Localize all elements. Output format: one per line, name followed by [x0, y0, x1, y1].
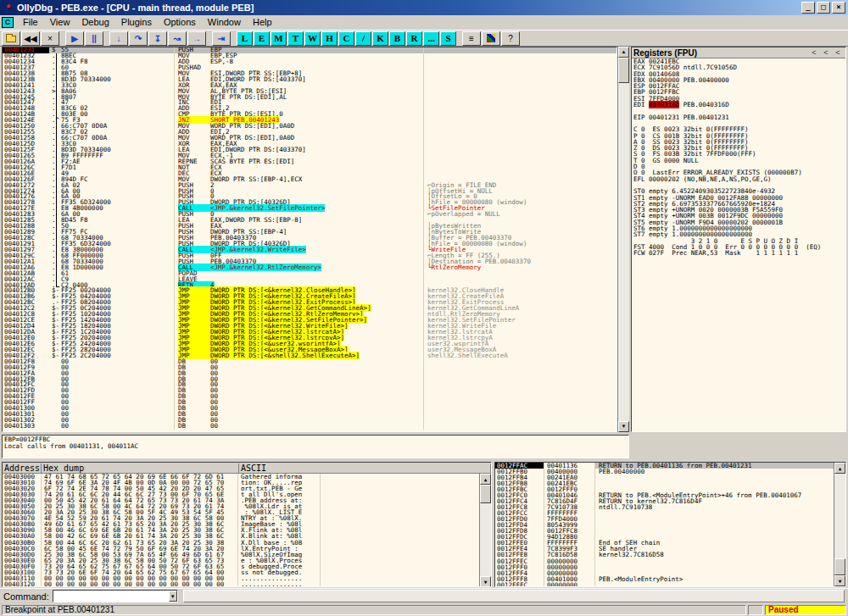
dump-scrollbar[interactable]: ▲ ▼: [479, 474, 491, 587]
appearance-button[interactable]: [482, 31, 500, 46]
menu-item-file[interactable]: File: [17, 16, 44, 29]
registers-pane-button-2[interactable]: <: [832, 48, 844, 57]
disasm-row[interactable]: 0040126F.894D FCMOVDWORD PTR SS:[EBP-4],…: [3, 177, 616, 183]
scroll-down-icon[interactable]: ▼: [480, 576, 491, 587]
disasm-row[interactable]: 00401283.6A 00PUSH0⌐pOverlapped = NULL: [3, 212, 616, 218]
disasm-row[interactable]: 0040130100DB00: [3, 412, 616, 418]
register-line[interactable]: EFL 00000202 (NO,NB,NE,A,NS,PO,GE,G): [632, 176, 845, 182]
disasm-row[interactable]: 00401232.8BECMOVEBP,ESP: [3, 53, 616, 59]
disasm-row[interactable]: 00401265.B9 FFFFFFFFMOVECX,-1: [3, 153, 616, 159]
registers-pane-button-0[interactable]: <: [808, 48, 820, 57]
disasm-row[interactable]: 00401248.83C6 02ADDESI,2: [3, 106, 616, 112]
disasm-row[interactable]: 00401272.6A 02PUSH2⌐Origin = FILE_END: [3, 183, 616, 189]
disasm-row[interactable]: 00401247.47INCEDI: [3, 100, 616, 106]
view-breakpoints-button[interactable]: B: [389, 31, 405, 46]
view-handles-button[interactable]: H: [321, 31, 338, 46]
dump-row[interactable]: 0040312000 00 00 00 00 00 00 00 00 00 00…: [3, 581, 491, 587]
dump-header-address[interactable]: Address: [3, 463, 42, 473]
register-line[interactable]: EDI 0040316D PEB.0040316D: [632, 102, 845, 108]
info-pane[interactable]: EBP=0012FFBC Local calls from 00401131, …: [2, 435, 629, 458]
view-run-trace-button[interactable]: ...: [423, 31, 439, 46]
view-memory-button[interactable]: M: [271, 31, 287, 46]
view-windows-button[interactable]: W: [304, 31, 321, 46]
menu-item-plugins[interactable]: Plugins: [115, 16, 158, 29]
disasm-row[interactable]: 00401245.8807MOVBYTE PTR DS:[EDI],AL: [3, 95, 616, 101]
scroll-up-icon[interactable]: ▲: [618, 47, 629, 58]
view-patches-button[interactable]: /: [355, 31, 371, 46]
menu-item-help[interactable]: Help: [247, 16, 278, 29]
view-list-button[interactable]: ≡: [462, 31, 481, 46]
close-program-button[interactable]: ×: [41, 31, 59, 46]
disasm-row[interactable]: 0040123B.8D3D 70334000LEAEDI,DWORD PTR D…: [3, 77, 616, 83]
disasm-row[interactable]: 004012AB.61POPAD: [3, 271, 616, 277]
disasm-row[interactable]: 00401231$55PUSHEBP: [3, 47, 616, 53]
disasm-row[interactable]: 0040126E.49DECECX: [3, 171, 616, 177]
disasm-row[interactable]: 004012FC00DB00: [3, 382, 616, 388]
step-over-button[interactable]: ↷: [129, 31, 148, 46]
go-to-address-button[interactable]: ⇥: [212, 31, 231, 46]
disasm-row[interactable]: 00401285.8D45 F8LEAEAX,DWORD PTR SS:[EBP…: [3, 218, 616, 224]
disasm-row[interactable]: 004012FD00DB00: [3, 388, 616, 394]
disasm-row[interactable]: 0040130000DB00: [3, 406, 616, 412]
scroll-down-icon[interactable]: ▼: [834, 575, 845, 586]
disasm-row[interactable]: 00401241.33C0XOREAX,EAX: [3, 83, 616, 89]
disasm-row[interactable]: 004012F800DB00: [3, 359, 616, 365]
cpu-window-icon[interactable]: C: [2, 17, 14, 28]
disasm-row[interactable]: 00401237.60PUSHAD: [3, 65, 616, 71]
register-line[interactable]: T 0 GS 0000 NULL: [632, 158, 845, 164]
disasm-row[interactable]: 00401274.6A 00PUSH0│pOffsetHi = NULL: [3, 189, 616, 195]
view-references-button[interactable]: R: [406, 31, 422, 46]
scroll-thumb[interactable]: [480, 485, 491, 503]
disasm-row[interactable]: 004012F2$-FF25 2C204000JMPDWORD PTR DS:[…: [3, 353, 616, 359]
disasm-row[interactable]: 004012A6.E8 1D000000CALL<JMP.&kernel32.R…: [3, 265, 616, 271]
dump-pane[interactable]: Address Hex dump ASCII 0040300047 61 74 …: [2, 462, 492, 587]
menu-item-view[interactable]: View: [44, 16, 76, 29]
stack-pane[interactable]: 0012FFAC00401136RETURN to PEB.00401136 f…: [494, 462, 846, 587]
disasm-row[interactable]: 0040130200DB00: [3, 418, 616, 424]
close-button[interactable]: ×: [832, 2, 845, 14]
register-line[interactable]: FCW 027F Prec NEAR,53 Mask 1 1 1 1 1 1: [632, 250, 845, 256]
view-cpu-button[interactable]: C: [338, 31, 354, 46]
stack-scrollbar[interactable]: ▲ ▼: [834, 463, 845, 586]
stack-row[interactable]: 0012FFFC00000000: [495, 582, 845, 587]
disasm-row[interactable]: 00401234.83C4 F8ADDESP,-8: [3, 59, 616, 65]
view-source-button[interactable]: S: [440, 31, 456, 46]
minimize-button[interactable]: _: [801, 2, 815, 14]
view-log-button[interactable]: L: [237, 31, 253, 46]
scroll-up-icon[interactable]: ▲: [480, 474, 491, 485]
menu-item-debug[interactable]: Debug: [75, 16, 114, 29]
scroll-thumb[interactable]: [618, 58, 629, 83]
view-call-stack-button[interactable]: K: [372, 31, 388, 46]
view-threads-button[interactable]: T: [287, 31, 304, 46]
disasm-row[interactable]: 00401250.66:C707 0D0AMOVWORD PTR DS:[EDI…: [3, 124, 616, 130]
disasm-row[interactable]: 00401258.66:C707 0D0AMOVWORD PTR DS:[EDI…: [3, 136, 616, 142]
disasm-row[interactable]: 00401243>8A06MOVAL,BYTE PTR DS:[ESI]: [3, 89, 616, 95]
disasm-row[interactable]: 0040130300DB00: [3, 424, 616, 430]
title-bar[interactable]: * OllyDbg - PEB.exe - [CPU - main thread…: [0, 0, 848, 15]
disasm-row[interactable]: 004012F900DB00: [3, 365, 616, 371]
dump-header-hex[interactable]: Hex dump: [42, 463, 239, 473]
chevron-down-icon[interactable]: ▼: [169, 591, 177, 602]
disasm-row[interactable]: 004012FB00DB00: [3, 377, 616, 383]
scroll-up-icon[interactable]: ▲: [834, 463, 845, 474]
menu-item-window[interactable]: Window: [202, 16, 247, 29]
disasm-row[interactable]: 004012FE00DB00: [3, 394, 616, 400]
scroll-down-icon[interactable]: ▼: [618, 421, 629, 432]
registers-pane[interactable]: Registers (FPU) <<< EAX 00241EBCECX 7C91…: [631, 47, 846, 432]
animate-over-button[interactable]: ↝: [168, 31, 187, 46]
disasm-row[interactable]: 0040124B.803E 00CMPBYTE PTR DS:[ESI],0: [3, 112, 616, 118]
execute-till-return-button[interactable]: →: [187, 31, 206, 46]
dump-header-ascii[interactable]: ASCII: [239, 463, 491, 473]
scroll-thumb[interactable]: [834, 558, 845, 575]
help-button[interactable]: ?: [501, 31, 520, 46]
pause-button[interactable]: ||: [85, 31, 103, 46]
view-executables-button[interactable]: E: [254, 31, 270, 46]
restart-button[interactable]: ◀◀: [21, 31, 40, 46]
animate-into-button[interactable]: ↧: [148, 31, 167, 46]
disassembly-pane[interactable]: 00401231$55PUSHEBP00401232.8BECMOVEBP,ES…: [2, 47, 617, 432]
run-button[interactable]: ▶: [65, 31, 84, 46]
command-combo[interactable]: ▼: [53, 590, 178, 602]
disassembly-scrollbar[interactable]: ▲ ▼: [617, 47, 629, 432]
disasm-row[interactable]: 0040126A.F2:AEREPNESCAS BYTE PTR ES:[EDI…: [3, 159, 616, 165]
disasm-row[interactable]: 00401288.50PUSHEAX│pBytesWritten: [3, 224, 616, 230]
